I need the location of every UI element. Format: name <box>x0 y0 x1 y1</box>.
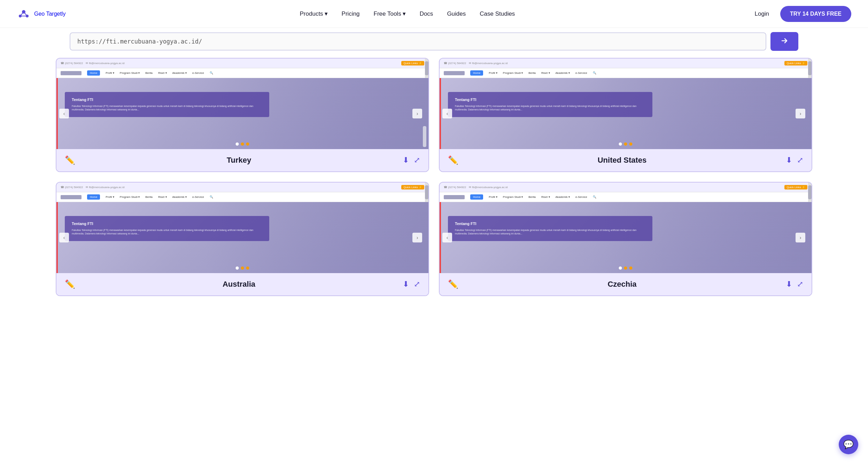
expand-icon-us[interactable]: ⤢ <box>797 156 803 165</box>
nav-links: Products ▾ Pricing Free Tools ▾ Docs Gui… <box>294 7 521 20</box>
logo-text: Geo Targetly <box>34 11 65 17</box>
footer-actions-us: ⬇ ⤢ <box>786 156 803 165</box>
country-label-cz: Czechia <box>607 280 636 289</box>
preview-footer-australia: ✏️ Australia ⬇ ⤢ <box>56 273 428 295</box>
fake-nav-cz: Home Profil ▾ Program Studi ▾ Berita Ris… <box>440 192 812 202</box>
svg-line-4 <box>24 12 27 16</box>
nav-guides[interactable]: Guides <box>441 8 471 20</box>
country-label-us: United States <box>598 156 647 165</box>
country-label-turkey: Turkey <box>227 156 251 165</box>
main-content: ☎ (0274) 584922 ✉ fti@mercubuana-yogya.a… <box>0 51 868 310</box>
carousel-next-au[interactable]: › <box>412 233 422 242</box>
preview-card-czechia: ☎ (0274) 584922 ✉ fti@mercubuana-yogya.a… <box>439 182 812 296</box>
carousel-next-us[interactable]: › <box>796 109 805 118</box>
expand-icon-cz[interactable]: ⤢ <box>797 280 803 289</box>
download-icon-au[interactable]: ⬇ <box>403 280 409 289</box>
country-label-au: Australia <box>223 280 255 289</box>
carousel-prev-cz[interactable]: ‹ <box>442 233 452 242</box>
edit-icon-cz[interactable]: ✏️ <box>448 279 458 289</box>
browser-bar-us: ☎ (0274) 584922 ✉ fti@mercubuana-yogya.a… <box>440 59 812 68</box>
download-icon-us[interactable]: ⬇ <box>786 156 792 165</box>
preview-footer-turkey: ✏️ Turkey ⬇ ⤢ <box>56 149 428 171</box>
preview-screenshot-czechia: ☎ (0274) 584922 ✉ fti@mercubuana-yogya.a… <box>440 183 812 273</box>
fake-nav-au: Home Profil ▾ Program Studi ▾ Berita Ris… <box>56 192 428 202</box>
footer-actions-turkey: ⬇ ⤢ <box>403 156 420 165</box>
preview-screenshot-united-states: ☎ (0274) 584922 ✉ fti@mercubuana-yogya.a… <box>440 59 812 149</box>
svg-line-3 <box>20 12 24 16</box>
preview-card-turkey: ☎ (0274) 584922 ✉ fti@mercubuana-yogya.a… <box>56 58 429 172</box>
browser-bar: ☎ (0274) 584922 ✉ fti@mercubuana-yogya.a… <box>56 59 428 68</box>
url-bar-section <box>0 28 868 51</box>
logo[interactable]: Geo Targetly <box>17 7 65 21</box>
carousel-next-cz[interactable]: › <box>796 233 805 242</box>
browser-bar-cz: ☎ (0274) 584922 ✉ fti@mercubuana-yogya.a… <box>440 183 812 192</box>
preview-card-australia: ☎ (0274) 584922 ✉ fti@mercubuana-yogya.a… <box>56 182 429 296</box>
carousel-prev-au[interactable]: ‹ <box>59 233 69 242</box>
edit-icon-us[interactable]: ✏️ <box>448 155 458 165</box>
browser-bar-au: ☎ (0274) 584922 ✉ fti@mercubuana-yogya.a… <box>56 183 428 192</box>
nav-actions: Login TRY 14 DAYS FREE <box>749 6 851 22</box>
chevron-down-icon: ▾ <box>325 10 328 17</box>
carousel-next-turkey[interactable]: › <box>412 109 422 118</box>
navbar: Geo Targetly Products ▾ Pricing Free Too… <box>0 0 868 28</box>
carousel-prev-us[interactable]: ‹ <box>442 109 452 118</box>
nav-products[interactable]: Products ▾ <box>294 7 333 20</box>
download-icon-cz[interactable]: ⬇ <box>786 280 792 289</box>
url-submit-button[interactable] <box>770 32 798 51</box>
download-icon-turkey[interactable]: ⬇ <box>403 156 409 165</box>
footer-actions-au: ⬇ ⤢ <box>403 280 420 289</box>
preview-screenshot-australia: ☎ (0274) 584922 ✉ fti@mercubuana-yogya.a… <box>56 183 428 273</box>
previews-grid: ☎ (0274) 584922 ✉ fti@mercubuana-yogya.a… <box>56 58 812 296</box>
expand-icon-au[interactable]: ⤢ <box>414 280 420 289</box>
preview-footer-czechia: ✏️ Czechia ⬇ ⤢ <box>440 273 812 295</box>
preview-card-united-states: ☎ (0274) 584922 ✉ fti@mercubuana-yogya.a… <box>439 58 812 172</box>
nav-case-studies[interactable]: Case Studies <box>474 8 520 20</box>
login-button[interactable]: Login <box>749 8 775 20</box>
carousel-prev-turkey[interactable]: ‹ <box>59 109 69 118</box>
chevron-down-icon: ▾ <box>403 10 406 17</box>
url-input[interactable] <box>70 32 766 51</box>
preview-screenshot-turkey: ☎ (0274) 584922 ✉ fti@mercubuana-yogya.a… <box>56 59 428 149</box>
fake-nav: Home Profil ▾ Program Studi ▾ Berita Ris… <box>56 68 428 78</box>
edit-icon-turkey[interactable]: ✏️ <box>65 155 75 165</box>
nav-docs[interactable]: Docs <box>414 8 439 20</box>
preview-footer-united-states: ✏️ United States ⬇ ⤢ <box>440 149 812 171</box>
nav-free-tools[interactable]: Free Tools ▾ <box>368 7 411 20</box>
edit-icon-au[interactable]: ✏️ <box>65 279 75 289</box>
footer-actions-cz: ⬇ ⤢ <box>786 280 803 289</box>
try-free-button[interactable]: TRY 14 DAYS FREE <box>780 6 851 22</box>
fake-nav-us: Home Profil ▾ Program Studi ▾ Berita Ris… <box>440 68 812 78</box>
expand-icon-turkey[interactable]: ⤢ <box>414 156 420 165</box>
nav-pricing[interactable]: Pricing <box>336 8 365 20</box>
